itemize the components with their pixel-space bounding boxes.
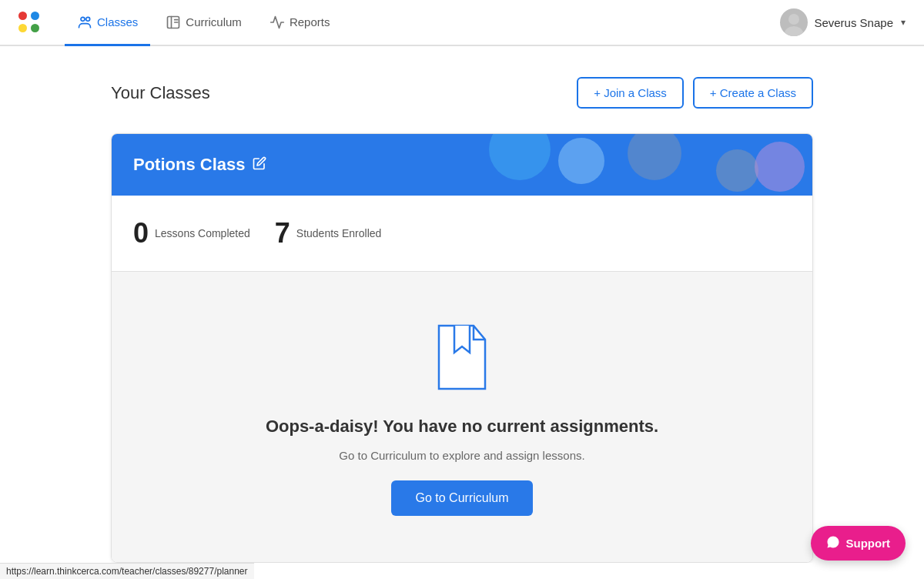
class-card-title: Potions Class [133,155,266,175]
reports-icon [270,15,285,30]
deco-circle-5 [755,142,805,192]
support-chat-icon [826,535,840,551]
support-label: Support [846,537,891,550]
go-to-curriculum-button[interactable]: Go to Curriculum [391,480,534,516]
class-card-header: Potions Class [112,134,812,196]
empty-state-subtitle: Go to Curriculum to explore and assign l… [339,449,584,462]
students-enrolled-count: 7 [275,217,290,249]
class-stats: 0 Lessons Completed 7 Students Enrolled [112,196,812,272]
logo-dot-red [18,12,27,20]
nav-item-classes[interactable]: Classes [65,1,150,46]
classes-actions: + Join a Class + Create a Class [577,77,813,109]
user-chevron-icon: ▾ [901,17,906,28]
logo-dot-green [31,24,39,32]
username: Severus Snape [814,16,893,29]
main-content: Your Classes + Join a Class + Create a C… [92,46,832,563]
deco-circle-4 [716,149,758,192]
logo-dots [18,12,40,33]
navbar: Classes Curriculum Reports [0,0,924,46]
svg-point-0 [81,17,85,21]
edit-class-icon[interactable] [253,156,266,174]
classes-icon [77,15,92,30]
nav-reports-label: Reports [290,15,330,28]
nav-classes-label: Classes [97,15,138,28]
nav-user[interactable]: Severus Snape ▾ [780,8,906,36]
class-card: Potions Class 0 Lessons Completed 7 Stud… [111,133,813,563]
lessons-completed-stat: 0 Lessons Completed [133,217,250,249]
nav-curriculum-label: Curriculum [186,15,242,28]
classes-title: Your Classes [111,83,210,103]
support-button[interactable]: Support [811,526,906,561]
empty-state: Oops-a-daisy! You have no current assign… [112,272,812,562]
avatar [780,8,808,36]
lessons-completed-label: Lessons Completed [155,227,250,239]
logo-dot-blue [31,12,39,20]
svg-point-6 [788,14,799,25]
empty-state-icon [427,318,497,398]
empty-state-title: Oops-a-daisy! You have no current assign… [266,417,658,437]
nav-items: Classes Curriculum Reports [65,1,780,45]
deco-circle-1 [489,134,551,180]
lessons-completed-count: 0 [133,217,149,249]
app-logo[interactable] [18,12,40,33]
svg-point-7 [785,26,803,36]
students-enrolled-label: Students Enrolled [296,227,382,239]
create-class-button[interactable]: + Create a Class [693,77,813,109]
students-enrolled-stat: 7 Students Enrolled [275,217,382,249]
class-name: Potions Class [133,155,245,175]
deco-circle-3 [628,134,681,180]
nav-item-curriculum[interactable]: Curriculum [153,1,254,46]
svg-point-1 [86,17,90,21]
deco-circle-2 [558,138,604,184]
nav-item-reports[interactable]: Reports [257,1,343,46]
join-class-button[interactable]: + Join a Class [577,77,684,109]
classes-header: Your Classes + Join a Class + Create a C… [111,77,813,109]
curriculum-icon [166,15,181,30]
logo-dot-yellow [18,24,27,32]
